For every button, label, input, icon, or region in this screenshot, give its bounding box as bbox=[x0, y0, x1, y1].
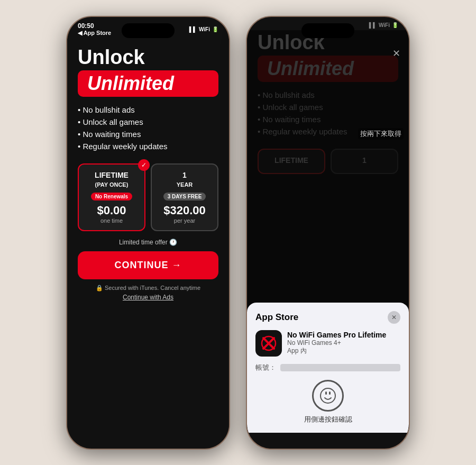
feature-2: Unlock all games bbox=[78, 117, 218, 126]
continue-ads-link[interactable]: Continue with Ads bbox=[78, 294, 218, 301]
no-renewals-badge: No Renewals bbox=[91, 193, 132, 200]
feature-4: Regular weekly updates bbox=[78, 142, 218, 151]
year-plan-name: 1 bbox=[158, 171, 211, 179]
dynamic-island-right bbox=[301, 23, 354, 38]
sheet-header: App Store ✕ bbox=[255, 311, 400, 324]
confirm-btn-area: 用側邊按鈕確認 bbox=[255, 380, 400, 424]
face-id-icon bbox=[319, 387, 336, 404]
selected-checkmark: ✓ bbox=[138, 159, 150, 171]
right-wifi: WiFi bbox=[379, 22, 390, 28]
app-logo-icon bbox=[261, 335, 277, 351]
account-label: 帳號： bbox=[255, 363, 276, 372]
app-name: No WiFi Games Pro Lifetime bbox=[287, 331, 386, 339]
chinese-annotation: 按兩下來取得 bbox=[358, 128, 404, 140]
features-list: No bullshit ads Unlock all games No wait… bbox=[78, 105, 218, 154]
back-link[interactable]: ◀ App Store bbox=[78, 30, 111, 37]
secured-text: 🔒 Secured with iTunes. Cancel anytime bbox=[78, 285, 218, 291]
right-screen: Unlock Unlimited No bullshit ads Unlock … bbox=[247, 30, 409, 433]
side-button-confirm-icon bbox=[312, 380, 344, 412]
lifetime-plan-sub: (PAY ONCE) bbox=[85, 181, 138, 188]
right-signal: ▌▌ bbox=[369, 22, 377, 28]
status-icons: ▌▌ WiFi 🔋 bbox=[189, 26, 218, 32]
sheet-close-button[interactable]: ✕ bbox=[388, 311, 400, 324]
status-time: 00:50 bbox=[78, 22, 111, 30]
right-battery: 🔋 bbox=[392, 22, 398, 28]
confirm-label: 用側邊按鈕確認 bbox=[255, 415, 400, 424]
unlimited-text: Unlimited bbox=[87, 72, 174, 94]
dynamic-island bbox=[122, 23, 175, 38]
phone-right: ▌▌ WiFi 🔋 ✕ 按兩下來取得 Unlock Unlimited No b… bbox=[246, 16, 410, 450]
app-publisher: No WiFi Games 4+ bbox=[287, 339, 386, 347]
year-price: $320.00 bbox=[158, 204, 211, 217]
phone-left: 00:50 ◀ App Store ▌▌ WiFi 🔋 Unlock Unlim… bbox=[66, 16, 230, 450]
svg-rect-5 bbox=[329, 391, 331, 395]
lifetime-plan-name: LIFETIME bbox=[85, 171, 138, 179]
lifetime-price: $0.00 bbox=[85, 204, 138, 217]
continue-button[interactable]: CONTINUE → bbox=[78, 251, 218, 279]
year-card[interactable]: 1 YEAR 3 DAYS FREE $320.00 per year bbox=[151, 163, 218, 231]
app-icon bbox=[255, 330, 282, 357]
sheet-title: App Store bbox=[255, 312, 298, 323]
pricing-row: ✓ LIFETIME (PAY ONCE) No Renewals $0.00 … bbox=[78, 163, 218, 231]
battery-icon: 🔋 bbox=[212, 26, 218, 32]
right-status-icons: ▌▌ WiFi 🔋 bbox=[369, 22, 398, 28]
account-value-bar bbox=[280, 364, 400, 371]
close-button[interactable]: ✕ bbox=[392, 48, 400, 59]
account-row: 帳號： bbox=[255, 363, 400, 372]
year-plan-sub: YEAR bbox=[158, 181, 211, 188]
svg-rect-4 bbox=[325, 391, 327, 395]
app-type: App 內 bbox=[287, 347, 386, 355]
unlimited-badge: Unlimited bbox=[78, 70, 218, 97]
year-period: per year bbox=[158, 217, 211, 224]
feature-3: No waiting times bbox=[78, 130, 218, 139]
lifetime-card[interactable]: ✓ LIFETIME (PAY ONCE) No Renewals $0.00 … bbox=[78, 163, 145, 231]
lifetime-period: one time bbox=[85, 217, 138, 224]
free-trial-badge: 3 DAYS FREE bbox=[163, 193, 206, 200]
signal-icon: ▌▌ bbox=[189, 26, 197, 32]
app-store-sheet: App Store ✕ No WiFi Games Pro Lifetime N… bbox=[247, 303, 409, 433]
app-info-row: No WiFi Games Pro Lifetime No WiFi Games… bbox=[255, 330, 400, 357]
limited-offer: Limited time offer 🕐 bbox=[78, 239, 218, 246]
feature-1: No bullshit ads bbox=[78, 105, 218, 114]
unlock-title: Unlock bbox=[78, 47, 218, 67]
svg-point-3 bbox=[321, 388, 335, 403]
app-details: No WiFi Games Pro Lifetime No WiFi Games… bbox=[287, 331, 386, 355]
wifi-icon: WiFi bbox=[199, 26, 210, 32]
left-screen: Unlock Unlimited No bullshit ads Unlock … bbox=[67, 39, 229, 441]
